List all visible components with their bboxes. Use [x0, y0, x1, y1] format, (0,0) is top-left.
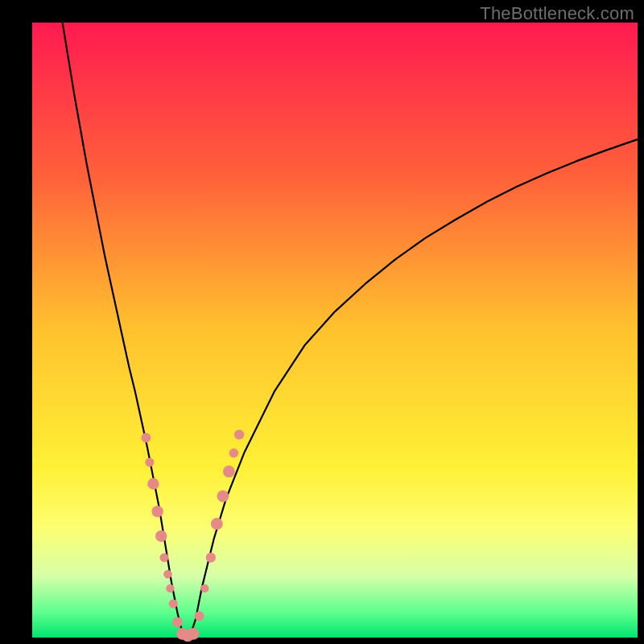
- data-marker: [188, 628, 200, 640]
- data-marker: [234, 430, 244, 440]
- data-marker: [195, 611, 204, 621]
- plot-background: [32, 23, 638, 638]
- data-marker: [172, 617, 182, 627]
- data-marker: [163, 570, 172, 579]
- data-marker: [217, 490, 229, 502]
- data-marker: [169, 599, 178, 608]
- data-marker: [151, 506, 163, 517]
- data-marker: [211, 518, 223, 530]
- watermark-label: TheBottleneck.com: [480, 3, 634, 24]
- data-marker: [200, 584, 208, 592]
- data-marker: [206, 552, 216, 562]
- data-marker: [229, 448, 239, 458]
- data-marker: [147, 478, 159, 489]
- chart-container: TheBottleneck.com: [0, 0, 644, 644]
- bottleneck-chart: [0, 0, 644, 644]
- data-marker: [223, 465, 235, 477]
- data-marker: [145, 458, 154, 467]
- data-marker: [155, 530, 167, 542]
- data-marker: [166, 584, 174, 592]
- data-marker: [159, 553, 168, 562]
- data-marker: [141, 433, 151, 443]
